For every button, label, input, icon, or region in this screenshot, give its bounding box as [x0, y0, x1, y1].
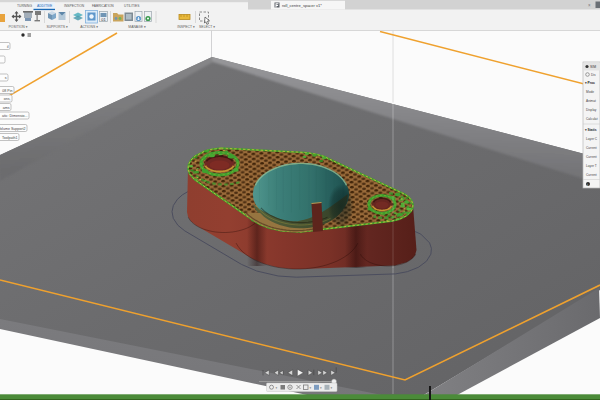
svg-text:08 Pin: 08 Pin: [2, 89, 12, 93]
svg-text:SIM: SIM: [590, 65, 596, 69]
svg-text:atic: Dimensio...: atic: Dimensio...: [2, 114, 28, 118]
svg-text:il: il: [7, 45, 9, 49]
svg-text:▾: ▾: [276, 386, 278, 390]
svg-text:Volume Support2: Volume Support2: [0, 127, 26, 131]
svg-text:Toolpath1: Toolpath1: [2, 136, 18, 140]
svg-text:Layer T: Layer T: [586, 164, 597, 168]
svg-text:Calculat: Calculat: [586, 117, 598, 121]
svg-text:MANAGE ▾: MANAGE ▾: [128, 25, 146, 29]
svg-text:SELECT ▾: SELECT ▾: [199, 25, 215, 29]
svg-text:▾ Proc: ▾ Proc: [584, 81, 595, 85]
svg-text:Animat: Animat: [586, 99, 596, 103]
svg-text:Current: Current: [586, 155, 597, 159]
svg-text:Dis: Dis: [591, 73, 596, 77]
svg-text:FABRICATION: FABRICATION: [92, 4, 114, 8]
svg-text:POSITION ▾: POSITION ▾: [9, 25, 28, 29]
svg-text:▾ Statis: ▾ Statis: [584, 128, 597, 132]
svg-text:ams: ams: [3, 106, 10, 110]
svg-text:SUPPORTS ▾: SUPPORTS ▾: [46, 25, 68, 29]
svg-text:INSPECTION: INSPECTION: [64, 4, 85, 8]
svg-text:×: ×: [588, 3, 591, 8]
svg-text:▾: ▾: [310, 386, 312, 390]
svg-text:Current: Current: [586, 173, 597, 177]
svg-text:ADDITIVE: ADDITIVE: [37, 4, 53, 8]
svg-text:UTILITIES: UTILITIES: [124, 4, 140, 8]
svg-text:Layer C: Layer C: [586, 137, 598, 141]
svg-text:TURNING: TURNING: [17, 4, 32, 8]
svg-text:▾: ▾: [331, 386, 333, 390]
svg-text:ons,: ons,: [4, 97, 11, 101]
svg-text:ACTIONS ▾: ACTIONS ▾: [80, 25, 98, 29]
svg-text:▾: ▾: [320, 386, 322, 390]
svg-text:Display: Display: [586, 108, 597, 112]
svg-text:s: s: [5, 76, 7, 80]
svg-text:Mode: Mode: [586, 90, 594, 94]
svg-text:Current: Current: [586, 146, 597, 150]
svg-text:INSPECT ▾: INSPECT ▾: [177, 25, 195, 29]
svg-text:01: 01: [101, 17, 106, 22]
svg-text:roll_centre_spacer v1*: roll_centre_spacer v1*: [282, 3, 322, 8]
